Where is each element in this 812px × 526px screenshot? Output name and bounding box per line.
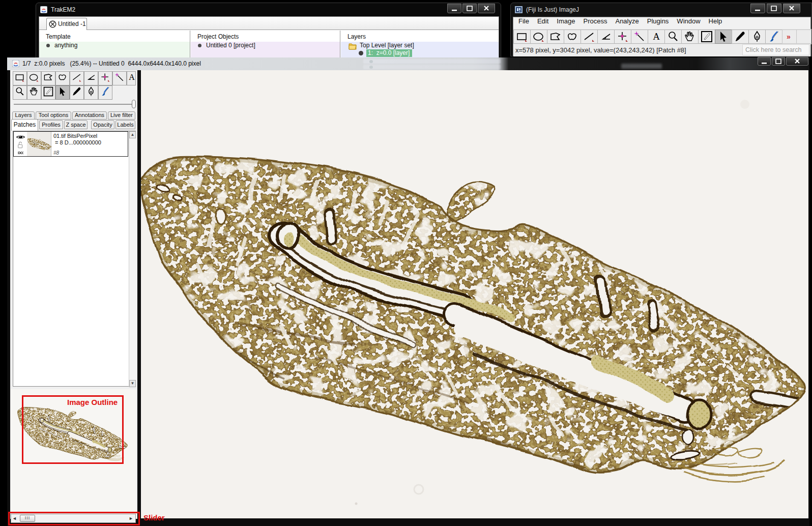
svg-text:»: » (787, 33, 791, 41)
